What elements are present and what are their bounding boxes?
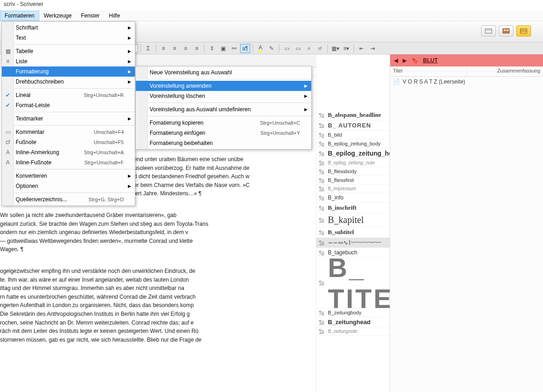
style-b-epilog-zeitung-body[interactable]: ¶aB_epilog_zeitung_body (316, 139, 390, 148)
nav-next-icon[interactable]: ▶ (403, 57, 407, 64)
menuitem-optionen[interactable]: Optionen▶ (2, 181, 135, 191)
inline-annot-button[interactable]: A (304, 44, 314, 53)
style-b-fliessfirst[interactable]: ¶aB_fliessfirst (316, 176, 390, 185)
style-b-epilog-zeitung-header[interactable]: ¶aB_epilog_zeitung_header (316, 148, 390, 159)
format-menu[interactable]: Schriftart▶Text▶▦Tabelle▶≡Liste▶Formatie… (1, 21, 135, 206)
style-b-abspann-headline[interactable]: ¶aB_abspann_headline (316, 110, 390, 121)
sum-button[interactable]: Σ (143, 44, 153, 53)
style-b-info[interactable]: ¶aB_info (316, 193, 390, 203)
menuitem-formatierung[interactable]: Formatierung▶ (2, 66, 135, 77)
outdent-button[interactable]: ⇤ (356, 44, 367, 53)
style-label: B_bild (328, 132, 342, 138)
styles-panel: ¶aB_abspann_headline¶aB_ AUTOREN¶aB_bild… (316, 54, 390, 392)
menuitem-voreinstellung-aus-auswahl-umdefinieren[interactable]: Voreinstellung aus Auswahl umdefinieren▶ (136, 104, 311, 115)
link-button[interactable]: ⚯ (229, 44, 239, 53)
editor-line[interactable]: — gottweißwas Weltbewegendes finden werd… (0, 237, 313, 246)
menuitem-schriftart[interactable]: Schriftart▶ (2, 23, 135, 33)
style-b-titel[interactable]: ¶aB_ TITEL (316, 258, 390, 308)
inline-foot-button[interactable]: cf (315, 44, 325, 53)
style-b-fliessbody[interactable]: ¶aB_fliessbody (316, 167, 390, 176)
style-b-impressum[interactable]: ¶aB_impressum (316, 185, 390, 193)
menu-hilfe[interactable]: Hilfe (104, 11, 125, 21)
menuitem-textmarker[interactable]: Textmarker▶ (2, 114, 135, 124)
menuitem-inline-fu-note[interactable]: AInline-FußnoteStrg+Umschalt+F (2, 157, 135, 168)
invisibles-button[interactable]: a¶ (240, 44, 250, 53)
comment-tb-button[interactable]: ▭ (282, 44, 292, 53)
align-right-button[interactable]: ≡ (181, 44, 191, 53)
editor-line[interactable]: Wir sollen ja nicht alle zweihunderttaus… (0, 211, 313, 220)
editor-line[interactable]: ngerten Aufenthalt in London zu organisi… (0, 301, 313, 310)
style-label: B_subtitel (328, 229, 354, 236)
view-single-button[interactable] (481, 25, 496, 36)
doc-icon: 📄 (393, 78, 400, 85)
col-title[interactable]: Titel (390, 66, 466, 76)
menuitem-voreinstellung-l-schen[interactable]: Voreinstellung löschen▶ (136, 91, 311, 101)
editor-line[interactable]: Die Sekretärin des Anthropologischen Ins… (0, 310, 313, 319)
align-left-button[interactable]: ≡ (158, 44, 169, 53)
image-button[interactable]: ▣ (218, 44, 228, 53)
pilcrow-icon: ¶a (319, 320, 324, 325)
menuitem-quellenverzeichnis-[interactable]: Quellenverzeichnis...Strg+G, Strg+O (2, 194, 135, 205)
style-b-zeitungnote[interactable]: ¶aB_zeitungnote (316, 327, 390, 336)
editor-line[interactable]: räch mit dem Leiter des Instituts legte … (0, 327, 313, 336)
menuitem-konvertieren[interactable]: Konvertieren▶ (2, 171, 135, 181)
menuitem-neue-voreinstellung-aus-auswahl[interactable]: Neue Voreinstellung aus Auswahl (136, 67, 311, 78)
nav-prev-icon[interactable]: ◀ (394, 57, 398, 64)
inspector-doc-row[interactable]: 📄 V O R S A T Z (Leerseite) (390, 77, 543, 87)
view-cork-button[interactable] (499, 25, 513, 36)
style-b-epilog-zeitung-note[interactable]: ¶aB_epilog_zeitung_note (316, 159, 390, 167)
style-b-zeitunghead[interactable]: ¶aB_zeitunghead (316, 317, 390, 327)
style-b-kapitel[interactable]: ¶aB_kapitel (316, 213, 390, 227)
pilcrow-icon: ¶a (319, 230, 324, 235)
menuitem-fomatierung-kopieren[interactable]: Fomatierung kopierenStrg+Umschalt+C (136, 118, 311, 128)
style--deco-[interactable]: ¶a∼∽∾∿⌇〰〰〰〰〰 (316, 238, 390, 248)
align-center-button[interactable]: ≡ (169, 44, 180, 53)
editor-line[interactable]: rochen, seine Nachricht an Dr. Memm weit… (0, 319, 313, 327)
linespacing-button[interactable]: ⇕ (207, 44, 217, 53)
formatting-submenu[interactable]: Neue Voreinstellung aus AuswahlVoreinste… (135, 66, 312, 150)
menu-werkzeuge[interactable]: Werkzeuge (39, 11, 76, 21)
editor-line[interactable]: ittag und der Himmel sturmgrau. Immerhin… (0, 284, 313, 293)
table-tb-button[interactable]: ▦▾ (330, 44, 340, 53)
editor-line[interactable]: rn hatte es ununterbrochen geschüttet, w… (0, 293, 313, 302)
align-justify-button[interactable]: ≡ (192, 44, 202, 53)
menuitem-inline-anmerkung[interactable]: AInline-AnmerkungStrg+Umschalt+A (2, 147, 135, 157)
menuitem-liste[interactable]: ≡Liste▶ (2, 56, 135, 66)
menuitem-tabelle[interactable]: ▦Tabelle▶ (2, 46, 135, 56)
inspector-columns: Titel Zusammenfassung (390, 66, 543, 77)
footnote-tb-button[interactable]: ▭ (293, 44, 303, 53)
menuitem-kommentar[interactable]: ▭KommentarUmschalt+F4 (2, 127, 135, 137)
menu-fenster[interactable]: Fenster (76, 11, 104, 21)
inspector-title[interactable]: BLUT (423, 57, 438, 64)
menuitem-lineal[interactable]: ✔LinealStrg+Umschalt+R (2, 90, 135, 100)
list-tb-button[interactable]: ≡▾ (341, 44, 351, 53)
style-b-autoren[interactable]: ¶aB_ AUTOREN (316, 121, 390, 131)
bookmark-icon[interactable]: 🔖 (411, 57, 418, 64)
editor-line[interactable]: ogelgezwitscher empfing ihn und verstärk… (0, 267, 313, 276)
highlight-button[interactable]: A (255, 44, 265, 53)
editor-line[interactable]: te. Ihm war, als wäre er auf einer Insel… (0, 276, 313, 284)
menuitem-formatierung-beibehalten[interactable]: Formatierung beibehalten (136, 138, 311, 148)
style-b-bild[interactable]: ¶aB_bild (316, 131, 390, 139)
indent-button[interactable]: ⇥ (368, 44, 378, 53)
menu-formatieren[interactable]: Formatieren (0, 11, 39, 21)
menuitem-formatierung-einf-gen[interactable]: Formatierung einfügenStrg+Umschalt+Y (136, 128, 311, 138)
menuitem-drehbuchschreiben[interactable]: Drehbuchschreiben▶ (2, 77, 135, 87)
table-icon: ▦ (4, 48, 12, 55)
editor-line[interactable]: gelaunt zurück. Sie brachte den Wagen zu… (0, 220, 313, 229)
editor-line[interactable]: stornieren müssen, gab es gar nicht, wie… (0, 336, 313, 344)
menuitem-fu-note[interactable]: cfFußnoteUmschalt+F5 (2, 137, 135, 147)
style-b-subtitel[interactable]: ¶aB_subtitel (316, 227, 390, 238)
svg-rect-0 (485, 29, 492, 33)
menuitem-voreinstellung-anwenden[interactable]: Voreinstellung anwenden▶ (136, 81, 311, 91)
style-b-inschrift[interactable]: ¶aB_inschrift (316, 203, 390, 213)
menuitem-text[interactable]: Text▶ (2, 33, 135, 43)
highlight-picker-button[interactable]: ✎ (266, 44, 277, 53)
editor-line[interactable]: Wagen. ¶ (0, 245, 313, 254)
pilcrow-icon: ¶a (319, 169, 324, 174)
col-summary[interactable]: Zusammenfassung (466, 66, 543, 76)
view-outline-button[interactable] (516, 25, 531, 36)
editor-line[interactable]: ondern nur ein ziemlich ungenau definier… (0, 228, 313, 237)
list-icon: ≡ (4, 58, 12, 65)
menuitem-format-leiste[interactable]: ✔Format-Leiste (2, 100, 135, 110)
